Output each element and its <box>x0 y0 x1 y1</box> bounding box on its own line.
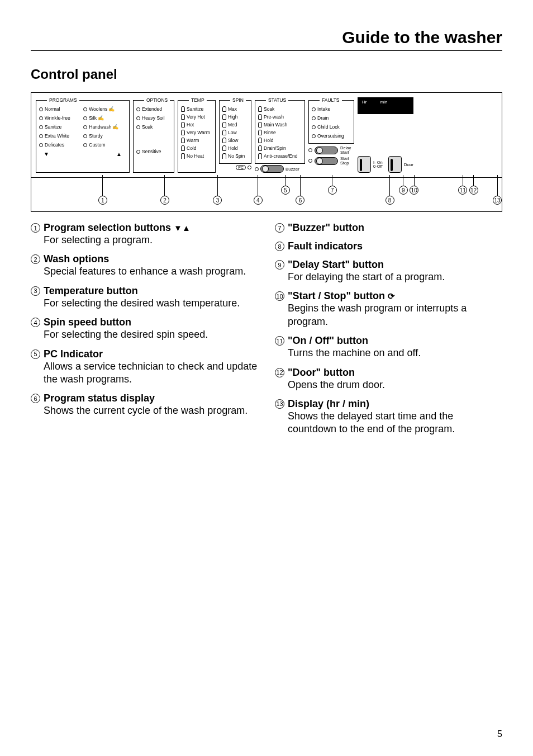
status-group: STATUS Soak Pre-wash Main Wash Rinse Hol… <box>255 97 305 164</box>
temp-label: TEMP <box>189 97 207 103</box>
fault-intake: Intake <box>317 106 330 112</box>
legend-item-2: 2Wash optionsSpecial features to enhance… <box>31 253 258 278</box>
door-switch[interactable] <box>388 156 402 173</box>
time-display: Hr min <box>358 97 413 114</box>
spin-label: SPIN <box>230 97 246 103</box>
temp-cold: Cold <box>187 145 196 151</box>
ss-l2: Stop <box>340 161 349 166</box>
legend-title: "Start / Stop" button ⟳ <box>288 290 395 302</box>
opt-sensitive: Sensitive <box>142 149 161 154</box>
legend-item-9: 9"Delay Start" buttonFor delaying the st… <box>275 259 502 284</box>
prog-handwash: Handwash <box>89 124 118 130</box>
legend-desc: Opens the drum door. <box>288 379 502 391</box>
legend-desc: Allows a service technician to check and… <box>44 360 258 386</box>
programs-label: PROGRAMS <box>47 97 79 103</box>
legend-num: 3 <box>31 286 40 296</box>
spin-high: High <box>228 114 237 120</box>
start-stop-button[interactable] <box>315 157 338 165</box>
prog-wrinklefree: Wrinkle-free <box>45 115 70 121</box>
status-mainwash: Main Wash <box>264 122 287 127</box>
legend-num: 10 <box>275 291 284 301</box>
legend-desc: Shows the current cycle of the wash prog… <box>44 404 258 417</box>
spin-group: SPIN Max High Med Low Slow Hold No Spin <box>219 97 251 164</box>
legend-num: 8 <box>275 242 284 251</box>
legend-item-1: 1Program selection buttons ▼▲For selecti… <box>31 222 258 247</box>
callout-3: 3 <box>213 196 222 205</box>
legend-title: Spin speed button <box>44 316 131 328</box>
legend-desc: Turns the machine on and off. <box>288 347 502 360</box>
legend-item-11: 11"On / Off" buttonTurns the machine on … <box>275 335 502 360</box>
legend-right: 7"Buzzer" button8Fault indicators9"Delay… <box>275 222 502 443</box>
legend-num: 6 <box>31 394 40 403</box>
status-anticrease: Anti-crease/End <box>264 153 297 159</box>
legend-item-6: 6Program status displayShows the current… <box>31 393 258 417</box>
temp-group: TEMP Sanitize Very Hot Hot Very Warm War… <box>178 97 216 173</box>
down-icon: ▼ <box>44 151 49 157</box>
opt-soak: Soak <box>142 124 153 130</box>
prog-sanitize: Sanitize <box>45 124 61 130</box>
temp-warm: Warm <box>187 138 199 143</box>
status-drainspin: Drain/Spin <box>264 145 286 151</box>
callout-1: 1 <box>98 196 107 205</box>
temp-hot: Hot <box>187 122 194 127</box>
prog-delicates: Delicates <box>45 142 64 148</box>
onoff-switch[interactable] <box>358 156 371 173</box>
legend-num: 4 <box>31 318 40 327</box>
temp-noheat: No Heat <box>187 153 204 159</box>
delay-start-button[interactable] <box>315 147 338 154</box>
legend-desc: For selecting the desired spin speed. <box>44 328 258 341</box>
prog-custom: Custom <box>89 142 105 148</box>
legend-title: Fault indicators <box>288 240 363 252</box>
programs-group: PROGRAMS Normal Woolens Wrinkle-free Sil… <box>36 97 130 173</box>
status-soak: Soak <box>264 106 274 112</box>
legend-num: 1 <box>31 223 40 233</box>
legend-item-13: 13Display (hr / min)Shows the delayed st… <box>275 398 502 436</box>
up-icon: ▲ <box>116 151 122 157</box>
legend-title: "Delay Start" button <box>288 259 384 271</box>
legend-desc: For selecting the desired wash temperatu… <box>44 297 258 310</box>
legend-desc: Shows the delayed start time and the cou… <box>288 410 502 436</box>
temp-veryhot: Very Hot <box>187 114 205 120</box>
legend-desc: Special features to enhance a wash progr… <box>44 265 258 278</box>
options-group: OPTIONS Extended Heavy Soil Soak Sensiti… <box>133 97 174 173</box>
buzzer-button[interactable] <box>260 165 284 173</box>
faults-label: FAULTS <box>320 97 342 103</box>
page-title: Guide to the washer <box>31 28 502 51</box>
status-prewash: Pre-wash <box>264 114 284 120</box>
fault-drain: Drain <box>317 115 329 121</box>
callout-11: 11 <box>458 186 467 195</box>
prog-sturdy: Sturdy <box>89 133 103 139</box>
legend-item-5: 5PC IndicatorAllows a service technician… <box>31 348 258 386</box>
faults-group: FAULTS Intake Drain Child Lock Oversudsi… <box>308 97 354 144</box>
callout-5: 5 <box>281 186 290 195</box>
legend-num: 13 <box>275 399 284 409</box>
legend-title: "Buzzer" button <box>288 222 364 234</box>
temp-sanitize: Sanitize <box>187 106 203 112</box>
legend-title: "On / Off" button <box>288 335 368 347</box>
status-label: STATUS <box>266 97 288 103</box>
legend-title: Wash options <box>44 253 109 265</box>
legend-title: Display (hr / min) <box>288 398 369 410</box>
legend-item-8: 8Fault indicators <box>275 240 502 252</box>
legend-num: 12 <box>275 368 284 377</box>
callout-9: 9 <box>399 186 408 195</box>
legend: 1Program selection buttons ▼▲For selecti… <box>31 222 502 443</box>
section-title: Control panel <box>31 67 502 82</box>
legend-item-10: 10"Start / Stop" button ⟳Begins the wash… <box>275 290 502 328</box>
legend-title: "Door" button <box>288 367 355 379</box>
status-hold: Hold <box>264 138 273 143</box>
spin-med: Med <box>228 122 237 127</box>
legend-num: 5 <box>31 349 40 359</box>
callout-12: 12 <box>469 186 478 195</box>
delay-l2: Start <box>340 150 351 155</box>
pc-badge: PC <box>236 165 246 170</box>
callout-4: 4 <box>254 196 263 205</box>
status-rinse: Rinse <box>264 130 276 135</box>
opt-extended: Extended <box>142 106 162 112</box>
legend-item-3: 3Temperature buttonFor selecting the des… <box>31 285 258 310</box>
legend-title: Temperature button <box>44 285 138 297</box>
control-panel-diagram: PROGRAMS Normal Woolens Wrinkle-free Sil… <box>31 92 502 212</box>
prog-extrawhite: Extra White <box>45 133 69 139</box>
fault-oversudsing: Oversudsing <box>317 133 344 139</box>
callout-13: 13 <box>493 196 502 205</box>
